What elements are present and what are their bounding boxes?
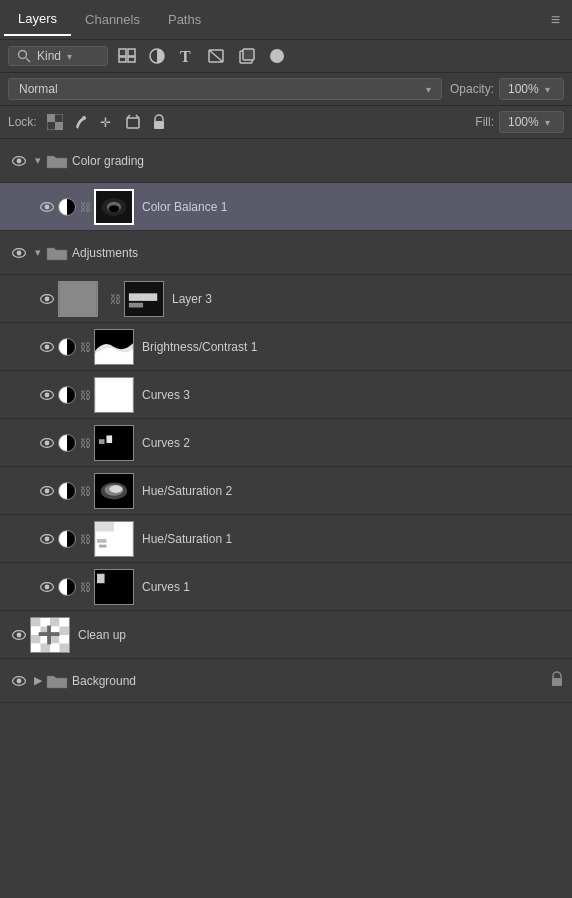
opacity-input[interactable]: 100% ▾ [499,78,564,100]
adjustment-layer-icon [58,578,76,596]
pixel-filter-icon[interactable] [116,45,138,67]
visibility-eye[interactable] [36,432,58,454]
visibility-eye[interactable] [8,670,30,692]
kind-toolbar: Kind ▾ T [0,40,572,73]
svg-rect-43 [95,378,133,412]
folder-icon [46,244,68,262]
svg-rect-58 [95,522,114,531]
blend-mode-dropdown[interactable]: Normal ▾ [8,78,442,100]
svg-rect-76 [31,635,40,644]
svg-rect-5 [128,57,135,62]
svg-point-87 [17,678,22,683]
visibility-eye[interactable] [36,196,58,218]
layer-row[interactable]: ⛓ Hue/Saturation 1 [0,515,572,563]
svg-rect-3 [128,49,135,56]
svg-rect-81 [41,643,50,652]
link-icon: ⛓ [108,289,122,309]
layer-row[interactable]: ▶ Background [0,659,572,703]
visibility-eye[interactable] [8,150,30,172]
layers-list: ▾ Color grading ⛓ Color Balance 1 [0,139,572,703]
lock-all-icon[interactable] [149,112,169,132]
svg-rect-21 [154,121,164,129]
visibility-eye[interactable] [36,384,58,406]
svg-rect-47 [106,435,112,443]
svg-rect-14 [55,122,63,130]
svg-rect-70 [50,618,59,627]
layer-row[interactable]: ▾ Adjustments [0,231,572,275]
lock-image-pixels-icon[interactable] [71,112,91,132]
background-lock-icon [550,671,564,690]
visibility-eye[interactable] [36,480,58,502]
blend-mode-arrow-icon: ▾ [426,84,431,95]
folder-icon [46,672,68,690]
expand-arrow-icon[interactable]: ▾ [30,245,46,261]
folder-icon [46,152,68,170]
svg-rect-4 [119,57,126,62]
tab-paths[interactable]: Paths [154,4,215,35]
adjustment-layer-icon [58,386,76,404]
adjustment-filter-icon[interactable] [146,45,168,67]
layer-mask-thumbnail [94,329,134,365]
layer-row[interactable]: ⛓ Color Balance 1 [0,183,572,231]
smart-object-filter-icon[interactable] [236,45,258,67]
layer-mask-thumbnail [94,425,134,461]
layer-mask-thumbnail [94,473,134,509]
svg-point-45 [45,440,50,445]
tabs-bar: Layers Channels Paths ≡ [0,0,572,40]
svg-rect-64 [97,573,105,582]
pixel-dot-filter-icon[interactable] [266,45,288,67]
svg-line-1 [26,58,30,62]
type-filter-icon[interactable]: T [176,45,198,67]
layer-row[interactable]: ▾ Color grading [0,139,572,183]
visibility-eye[interactable] [36,336,58,358]
svg-rect-80 [31,643,40,652]
layer-row[interactable]: ⛓ Curves 2 [0,419,572,467]
svg-rect-11 [243,49,254,60]
layer-row[interactable]: ⛓ Curves 1 [0,563,572,611]
layer-row[interactable]: ⛓ Brightness/Contrast 1 [0,323,572,371]
fill-group: Fill: 100% ▾ [475,111,564,133]
visibility-eye[interactable] [36,528,58,550]
layer-mask-thumbnail [94,377,134,413]
kind-dropdown[interactable]: Kind ▾ [8,46,108,66]
svg-rect-82 [50,643,59,652]
layer-thumbnail [94,189,134,225]
shape-filter-icon[interactable] [206,45,228,67]
tab-layers[interactable]: Layers [4,3,71,36]
link-icon: ⛓ [78,385,92,405]
layer-row[interactable]: ⛓ Curves 3 [0,371,572,419]
adjustment-layer-icon [58,530,76,548]
expand-arrow-icon[interactable]: ▾ [30,153,46,169]
layer-row[interactable]: ⛓ Hue/Saturation 2 [0,467,572,515]
svg-point-39 [45,344,50,349]
search-icon [17,49,31,63]
svg-rect-69 [41,618,50,627]
layer-mask-thumbnail [124,281,164,317]
svg-point-23 [17,158,22,163]
svg-point-54 [109,485,122,493]
svg-line-9 [209,50,223,62]
svg-text:✛: ✛ [100,115,111,130]
svg-rect-75 [59,626,68,635]
svg-rect-78 [50,635,59,644]
visibility-eye[interactable] [8,624,30,646]
visibility-eye[interactable] [36,288,58,310]
lock-position-icon[interactable]: ✛ [97,112,117,132]
fill-input[interactable]: 100% ▾ [499,111,564,133]
link-icon: ⛓ [78,433,92,453]
blend-toolbar: Normal ▾ Opacity: 100% ▾ [0,73,572,106]
layer-row[interactable]: Clean up [0,611,572,659]
lock-artboard-icon[interactable] [123,112,143,132]
layer-row[interactable]: ⛓ Layer 3 [0,275,572,323]
visibility-eye[interactable] [36,576,58,598]
visibility-eye[interactable] [8,242,30,264]
panel-menu-icon[interactable]: ≡ [543,11,568,29]
svg-point-31 [17,250,22,255]
link-icon: ⛓ [78,197,92,217]
expand-arrow-icon[interactable]: ▶ [30,673,46,689]
svg-point-42 [45,392,50,397]
tab-channels[interactable]: Channels [71,4,154,35]
kind-arrow-icon: ▾ [67,51,72,62]
lock-pixels-icon[interactable] [45,112,65,132]
opacity-arrow-icon: ▾ [545,84,550,95]
